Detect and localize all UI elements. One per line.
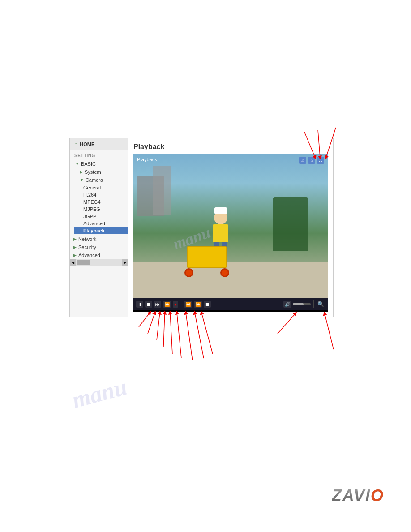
main-content: Playback [128,138,333,317]
sidebar-basic-group: ▼ BASIC ▶ System ▼ Camera General H.264 … [70,159,128,235]
next-button[interactable]: ⏩ [194,301,202,308]
svg-line-11 [201,313,213,354]
sidebar-item-mjpeg[interactable]: MJPEG [74,206,128,213]
scroll-left-button[interactable]: ◀ [70,259,76,266]
video-home-icon[interactable]: ⌂ [308,157,315,164]
volume-control: 🔊 [283,301,311,308]
walker-wheels [182,268,231,277]
home-icon: ⌂ [74,141,77,147]
sidebar-item-3gpp[interactable]: 3GPP [74,213,128,220]
zavio-logo: ZAVIO [332,486,384,505]
sidebar-scrollbar[interactable]: ◀ ▶ [70,259,128,266]
zoom-button[interactable]: 🔍 [317,300,325,308]
svg-line-7 [170,313,172,354]
sidebar-item-advanced-cam[interactable]: Advanced [74,220,128,227]
ui-panel: ⌂ HOME SETTING ▼ BASIC ▶ System ▼ Camera [69,138,334,317]
sidebar-item-playback[interactable]: Playback [74,227,128,234]
video-controls-bar: ⏸ ⏹ ⏮ ⏩ ● ⏪ ⏩ ⏹ 🔊 🔍 [133,298,328,310]
camera-subitems: General H.264 MPEG4 MJPEG 3GPP Advanced … [70,184,128,234]
system-arrow-icon: ▶ [80,170,83,174]
camera-arrow-icon: ▼ [80,178,84,182]
video-scene: manu [133,154,328,298]
sidebar-item-h264[interactable]: H.264 [74,191,128,198]
video-top-icons: ⚠ ⌂ ⛶ [299,157,324,164]
end-button[interactable]: ⏹ [204,301,211,308]
rewind-button[interactable]: ⏪ [184,301,192,308]
video-player[interactable]: manu Playback ⚠ ⌂ ⛶ [133,154,328,298]
sidebar-home-label: HOME [80,142,94,147]
svg-line-9 [186,313,193,360]
sidebar: ⌂ HOME SETTING ▼ BASIC ▶ System ▼ Camera [70,138,128,317]
walker-wheel-left [184,268,193,277]
setting-label: SETTING [70,150,128,159]
volume-fill [293,303,304,305]
stop-button[interactable]: ⏹ [145,301,152,308]
video-fullscreen-icon[interactable]: ⛶ [317,157,324,164]
basic-arrow-icon: ▼ [75,162,79,166]
sidebar-home[interactable]: ⌂ HOME [70,138,128,150]
video-player-wrapper: manu Playback ⚠ ⌂ ⛶ ⏸ ⏹ ⏮ ⏩ ● [133,154,328,312]
sidebar-network-label: Network [78,236,96,242]
page-title: Playback [133,143,328,151]
sidebar-item-mpeg4[interactable]: MPEG4 [74,198,128,206]
building-2 [153,166,171,215]
sidebar-item-basic[interactable]: ▼ BASIC [70,160,128,168]
sidebar-item-system[interactable]: ▶ System [70,168,128,176]
child-hat [214,207,227,214]
sidebar-item-general[interactable]: General [74,184,128,191]
sidebar-item-security[interactable]: ▶ Security [70,243,128,251]
svg-line-10 [195,313,204,358]
child-head [214,211,227,224]
security-arrow-icon: ▶ [73,245,77,249]
child-body [213,224,228,242]
walker-wheel-right [220,268,229,277]
logo-o: O [371,486,384,505]
volume-bar[interactable] [293,303,311,305]
pause-button[interactable]: ⏸ [136,301,143,308]
sidebar-advanced-label: Advanced [78,253,100,258]
ctrl-separator-2 [313,300,314,308]
video-label: Playback [137,157,157,162]
sidebar-item-network[interactable]: ▶ Network [70,235,128,243]
advanced-arrow-icon: ▶ [73,253,77,257]
page-watermark: manu [69,373,129,413]
walker-body [187,246,227,268]
video-alert-icon[interactable]: ⚠ [299,157,306,164]
sidebar-item-camera[interactable]: ▼ Camera [70,176,128,184]
svg-line-13 [325,313,334,349]
fast-forward-button[interactable]: ⏩ [163,301,171,308]
network-arrow-icon: ▶ [73,237,77,241]
sidebar-item-advanced[interactable]: ▶ Advanced [70,251,128,259]
ctrl-separator-1 [181,300,181,308]
scroll-thumb[interactable] [77,260,90,265]
svg-line-6 [163,313,165,347]
record-button[interactable]: ● [173,301,178,308]
scroll-right-button[interactable]: ▶ [122,259,128,266]
toy-walker [182,246,231,286]
svg-line-8 [177,313,181,358]
trees [273,197,308,251]
sidebar-basic-label: BASIC [81,161,96,167]
prev-frame-button[interactable]: ⏮ [154,301,161,308]
volume-icon[interactable]: 🔊 [283,301,291,308]
sidebar-security-label: Security [78,245,96,250]
sidebar-system-label: System [85,169,101,175]
sidebar-camera-label: Camera [86,177,103,183]
